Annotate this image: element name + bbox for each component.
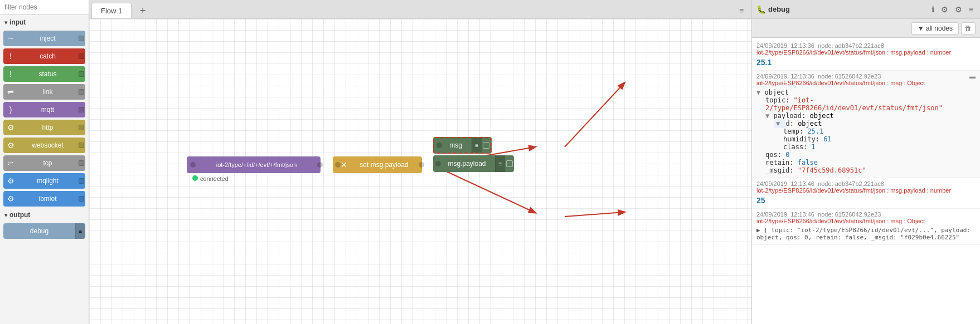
- msg-payload-port-right: [506, 160, 513, 167]
- catch-icon: !: [3, 48, 18, 64]
- ibmiot-icon: ⚙: [3, 191, 18, 207]
- canvas-area[interactable]: iot-2/type/+/id/+/evt/+/fmt/json connect…: [89, 19, 751, 324]
- mqtt-label: mqtt: [18, 106, 77, 114]
- node-item-status[interactable]: ! status: [3, 66, 85, 82]
- http-label: http: [18, 124, 77, 131]
- mqtt-in-status-label: connected: [200, 175, 229, 182]
- debug-entry-1-value: 25.1: [756, 57, 976, 68]
- msg-port-right: [483, 142, 489, 149]
- svg-line-4: [565, 212, 624, 217]
- node-item-mqlight[interactable]: ⚙ mqlight: [3, 173, 85, 189]
- msg-payload-label: msg.payload: [439, 160, 495, 168]
- node-item-inject[interactable]: → inject: [3, 31, 85, 46]
- tab-flow1[interactable]: Flow 1: [91, 3, 132, 18]
- node-item-http[interactable]: ⚙ http: [3, 120, 85, 135]
- mqtt-in-label: iot-2/type/+/id/+/evt/+/fmt/json: [196, 161, 317, 168]
- object-expand-arrow[interactable]: ▼: [756, 89, 764, 96]
- main-area: Flow 1 + ≡ iot-2/type/+/id/+/evt: [89, 0, 751, 324]
- node-item-ibmiot[interactable]: ⚙ ibmiot: [3, 191, 85, 207]
- inject-icon: →: [3, 31, 18, 46]
- debug-entry-3-value: 25: [756, 195, 976, 206]
- debug-entry-1-node: node: adb347b2.221ac8: [818, 42, 884, 49]
- debug-entry-1-timestamp: 24/09/2019, 12:13:36: [756, 42, 814, 49]
- node-item-websocket[interactable]: ⚙ websocket: [3, 138, 85, 153]
- debug-entry-3: 24/09/2019, 12:13:46 node: adb347b2.221a…: [752, 178, 980, 209]
- output-section-label: output: [9, 211, 30, 219]
- mqlight-port: [79, 178, 84, 184]
- debug-info-btn[interactable]: ℹ: [929, 4, 937, 15]
- debug-entry-2-tree: ▼ object topic: "iot-2/type/ESP8266/id/d…: [756, 87, 976, 175]
- websocket-label: websocket: [18, 141, 77, 149]
- node-item-debug[interactable]: debug ≡: [3, 223, 85, 239]
- tab-flow1-label: Flow 1: [101, 7, 122, 15]
- debug-settings-btn[interactable]: ⚙: [939, 4, 950, 15]
- debug-entry-3-timestamp: 24/09/2019, 12:13:46: [756, 180, 814, 187]
- debug-entry-2-node: node: 61526042.92e23: [818, 73, 881, 80]
- node-item-tcp[interactable]: ⇌ tcp: [3, 155, 85, 171]
- ibmiot-label: ibmiot: [18, 195, 77, 203]
- msg-payload-menu-btn[interactable]: ≡: [495, 155, 505, 172]
- filter-input[interactable]: [0, 0, 89, 15]
- node-item-catch[interactable]: ! catch: [3, 48, 85, 64]
- debug-entry-2: 24/09/2019, 12:13:36 node: 61526042.92e2…: [752, 71, 980, 178]
- debug-entry-1: 24/09/2019, 12:13:36 node: adb347b2.221a…: [752, 40, 980, 71]
- debug-entry-4-timestamp: 24/09/2019, 12:13:46: [756, 211, 814, 218]
- ibmiot-port: [79, 196, 84, 202]
- mqlight-icon: ⚙: [3, 173, 18, 189]
- mqtt-in-status-dot: [192, 175, 198, 181]
- debug-entry-4-preview: ▶ { topic: "iot-2/type/ESP8266/id/dev01/…: [756, 225, 976, 242]
- debug-entry-2-path: iot-2/type/ESP8266/id/dev01/evt/status/f…: [756, 80, 976, 86]
- mqtt-port: [79, 107, 84, 112]
- tabs-bar: Flow 1 + ≡: [89, 0, 751, 19]
- msg-menu-btn[interactable]: ≡: [472, 138, 482, 153]
- debug-entry-3-meta: 24/09/2019, 12:13:46 node: adb347b2.221a…: [756, 180, 976, 187]
- node-item-link[interactable]: ⇌ link: [3, 84, 85, 100]
- debug-toolbar: ▼ all nodes 🗑: [752, 19, 980, 38]
- debug-content: 24/09/2019, 12:13:36 node: adb347b2.221a…: [752, 38, 980, 324]
- catch-port: [79, 53, 84, 59]
- debug-sidebar-menu: ≡: [75, 223, 85, 239]
- tab-add-button[interactable]: +: [135, 3, 151, 18]
- debug-panel-header: 🐛 debug ℹ ⚙ ⚙ ≡: [752, 0, 980, 19]
- output-section-header[interactable]: ▾ output: [0, 208, 89, 222]
- input-section-arrow: ▾: [4, 19, 7, 26]
- http-port: [79, 125, 84, 130]
- debug-entry-2-expand[interactable]: ▬: [969, 73, 976, 80]
- canvas-node-function[interactable]: ✕ set msg.payload: [333, 156, 422, 173]
- inject-label: inject: [18, 35, 77, 42]
- debug-entry-3-node: node: adb347b2.221ac8: [818, 180, 884, 187]
- debug-entry-2-timestamp: 24/09/2019, 12:13:36: [756, 73, 814, 80]
- canvas-node-msg[interactable]: msg ≡: [433, 137, 492, 154]
- status-port: [79, 71, 84, 77]
- debug-entry-1-path: iot-2/type/ESP8266/id/dev01/evt/status/f…: [756, 49, 976, 56]
- function-icon: ✕: [338, 160, 350, 169]
- sidebar: ▾ input → inject ! catch ! status ⇌ link…: [0, 0, 89, 324]
- link-label: link: [18, 88, 77, 96]
- status-label: status: [18, 70, 77, 78]
- debug-entry-3-path: iot-2/type/ESP8266/id/dev01/evt/status/f…: [756, 187, 976, 194]
- debug-menu-btn[interactable]: ≡: [967, 4, 976, 15]
- tcp-icon: ⇌: [3, 155, 18, 171]
- all-nodes-filter-btn[interactable]: ▼ all nodes: [911, 22, 959, 35]
- debug-entry-4-path: iot-2/type/ESP8266/id/dev01/evt/status/f…: [756, 218, 976, 224]
- mqtt-icon: ): [3, 102, 18, 117]
- http-icon: ⚙: [3, 120, 18, 135]
- input-section-header[interactable]: ▾ input: [0, 15, 89, 30]
- debug-sidebar-label: debug: [3, 227, 75, 235]
- node-item-mqtt[interactable]: ) mqtt: [3, 102, 85, 117]
- debug-entry-4: 24/09/2019, 12:13:46 node: 61526042.92e2…: [752, 209, 980, 245]
- status-icon: !: [3, 66, 18, 82]
- catch-label: catch: [18, 52, 77, 60]
- link-icon: ⇌: [3, 84, 18, 100]
- canvas-node-mqtt-in[interactable]: iot-2/type/+/id/+/evt/+/fmt/json connect…: [187, 156, 321, 173]
- debug-entry-1-meta: 24/09/2019, 12:13:36 node: adb347b2.221a…: [756, 42, 976, 49]
- tab-menu-button[interactable]: ≡: [734, 3, 749, 18]
- debug-panel: 🐛 debug ℹ ⚙ ⚙ ≡ ▼ all nodes 🗑 24/09/2019…: [751, 0, 980, 324]
- debug-config-btn[interactable]: ⚙: [953, 4, 964, 15]
- function-label: set msg.payload: [350, 161, 419, 169]
- svg-line-2: [439, 168, 535, 213]
- tcp-label: tcp: [18, 159, 77, 167]
- clear-debug-btn[interactable]: 🗑: [961, 22, 976, 35]
- debug-entry-4-meta: 24/09/2019, 12:13:46 node: 61526042.92e2…: [756, 211, 976, 218]
- canvas-node-msg-payload[interactable]: msg.payload ≡: [433, 155, 514, 172]
